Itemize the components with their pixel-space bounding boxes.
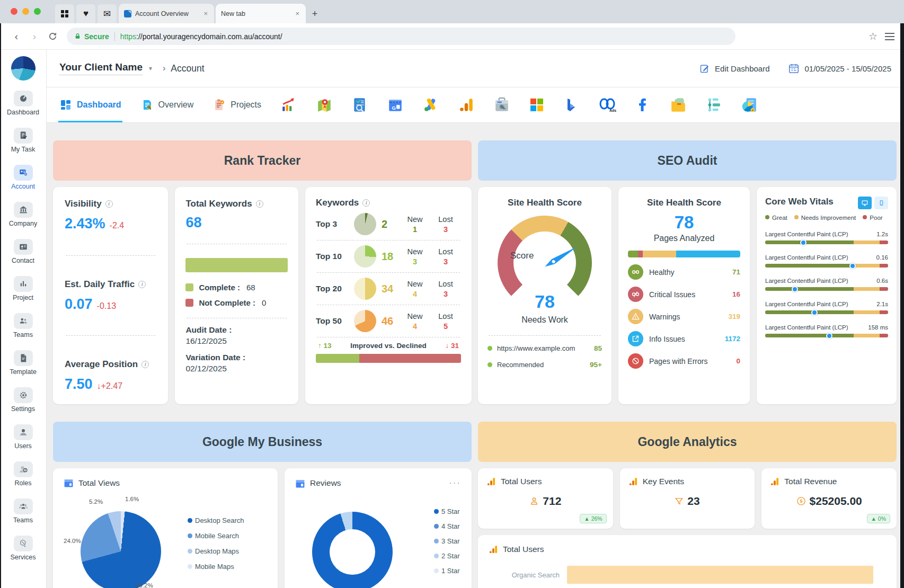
local-map-icon[interactable] — [316, 87, 332, 122]
reviews-donut-chart — [295, 494, 412, 588]
tab-overview[interactable]: Overview — [141, 87, 194, 122]
sidebar-item-users[interactable]: Users — [0, 418, 46, 456]
new-tab-button[interactable]: + — [307, 6, 322, 21]
info-icon[interactable] — [105, 200, 113, 208]
url-scheme: https — [120, 32, 136, 41]
info-icon[interactable] — [362, 199, 370, 207]
address-bar[interactable]: Secure https://portal.youragencydomain.c… — [67, 28, 735, 45]
info-icon[interactable] — [138, 281, 146, 288]
sidebar-item-label: Contact — [12, 257, 34, 264]
projects-clipboard-icon — [213, 99, 226, 111]
sidebar-item-teams-2[interactable]: Teams — [0, 493, 46, 530]
close-window-button[interactable] — [11, 8, 17, 15]
divider — [187, 318, 287, 318]
sidebar-item-contact[interactable]: Contact — [0, 233, 46, 270]
mobile-toggle[interactable] — [874, 197, 888, 209]
info-icon[interactable] — [141, 361, 149, 368]
sidebar-item-dashboard[interactable]: Dashboard — [0, 85, 46, 122]
core-web-vitals-card: Core Web Vitals Great Needs Improvement — [757, 187, 897, 404]
sidebar-item-teams[interactable]: Teams — [0, 307, 46, 344]
date-range-label: 01/05/2025 - 15/05/2025 — [805, 64, 891, 73]
bookmark-star-icon[interactable]: ☆ — [868, 30, 878, 42]
sidebar-item-account[interactable]: Account — [0, 159, 46, 196]
tab-favicon — [124, 10, 131, 17]
date-range-picker[interactable]: 01/05/2025 - 15/05/2025 — [788, 63, 891, 74]
sidebar-item-settings[interactable]: Settings — [0, 381, 46, 418]
tab-projects[interactable]: Projects — [213, 87, 261, 122]
browser-menu-icon[interactable] — [885, 36, 894, 37]
sidebar-item-project[interactable]: Project — [0, 270, 46, 307]
tab-dashboard[interactable]: Dashboard — [59, 87, 121, 122]
sidebar-item-label: My Task — [11, 146, 36, 153]
cwv-metric-row: Largest Contentful Paint (LCP)158 ms — [765, 324, 888, 337]
bing-icon[interactable] — [564, 87, 579, 122]
refresh-icon[interactable] — [46, 30, 59, 43]
zoom-window-button[interactable] — [34, 8, 41, 15]
google-analytics-icon — [486, 477, 496, 486]
apps-grid-icon[interactable] — [55, 4, 74, 23]
sidebar-item-roles[interactable]: Roles — [0, 456, 46, 493]
declined-count: ↓ 31 — [445, 342, 459, 350]
edit-dashboard-button[interactable]: Edit Dashboard — [699, 63, 769, 74]
section-seo-audit: SEO Audit — [478, 140, 897, 181]
dollar-icon: $ — [796, 496, 806, 506]
google-business-icon[interactable]: G — [387, 87, 403, 122]
microsoft-icon[interactable] — [529, 87, 544, 122]
sidebar-item-company[interactable]: Company — [0, 196, 46, 233]
top20-pie — [354, 278, 376, 300]
broken-link-icon — [628, 287, 643, 302]
search-console-icon[interactable] — [494, 87, 510, 122]
google-business-icon — [295, 478, 305, 488]
minimize-window-button[interactable] — [22, 8, 29, 15]
meta-ads-icon[interactable]: Ads — [598, 87, 616, 122]
tab-close-icon[interactable]: × — [294, 10, 300, 17]
avg-position-label: Average Position — [65, 359, 138, 370]
cwv-metric-row: Largest Contentful Paint (LCP)0.6s — [765, 278, 888, 291]
tab-label: Overview — [158, 100, 194, 110]
breadcrumb-separator: › — [163, 64, 165, 73]
report-pie-icon[interactable] — [741, 87, 757, 122]
desktop-toggle[interactable] — [858, 197, 872, 209]
total-users-chart-label: Total Users — [503, 545, 544, 554]
app-logo[interactable] — [11, 56, 36, 81]
mail-icon[interactable]: ✉ — [98, 4, 117, 23]
client-name-selector[interactable]: Your Client Name — [59, 61, 143, 75]
seo-audit-icon[interactable] — [352, 87, 368, 122]
metric-marker — [792, 286, 798, 292]
google-ads-icon[interactable] — [423, 87, 439, 122]
lock-icon — [74, 32, 81, 40]
more-options-icon[interactable]: ··· — [449, 478, 461, 488]
critical-issues-row: Critical Issues 16 — [628, 287, 740, 302]
back-icon[interactable]: ‹ — [10, 30, 23, 43]
total-users-label: Total Users — [501, 477, 542, 486]
forward-icon[interactable]: › — [28, 30, 41, 43]
tab-account-overview[interactable]: Account Overview × — [119, 4, 214, 23]
info-icon[interactable] — [256, 200, 263, 208]
traffic-delta: -0.13 — [97, 301, 116, 310]
sidebar-item-services[interactable]: Services — [0, 530, 46, 567]
tab-new-tab[interactable]: New tab × — [216, 4, 306, 23]
total-revenue-label: Total Revenue — [784, 477, 837, 486]
sidebar-item-template[interactable]: Template — [0, 344, 46, 381]
tab-label: Projects — [231, 100, 261, 110]
contact-card-icon — [14, 239, 33, 255]
chevron-down-icon[interactable]: ▾ — [149, 65, 152, 72]
sidebar-item-my-task[interactable]: My Task — [0, 122, 46, 159]
google-analytics-icon — [489, 545, 498, 554]
total-views-card: Total Views 5.2% 1.6% 24.0% 69.2% — [53, 468, 278, 588]
drive-folder-icon[interactable] — [670, 87, 686, 122]
pie-pct-label: 1.6% — [125, 496, 139, 502]
google-analytics-icon[interactable] — [458, 87, 474, 122]
rank-growth-icon[interactable] — [281, 87, 297, 122]
page-header: Your Client Name ▾ › Account Edit Dashbo… — [47, 50, 904, 87]
timeline-icon[interactable] — [706, 87, 722, 122]
site-health-label: Site Health Score — [647, 198, 721, 208]
svg-text:G: G — [392, 105, 396, 111]
window-controls[interactable] — [11, 8, 41, 15]
tab-close-icon[interactable]: × — [202, 10, 209, 17]
funnel-icon — [675, 497, 684, 506]
gauge-score-value: 78 — [498, 291, 592, 312]
favorites-heart-icon[interactable]: ♥ — [76, 4, 95, 23]
improved-declined-bar — [316, 354, 461, 363]
facebook-icon[interactable] — [636, 87, 651, 122]
